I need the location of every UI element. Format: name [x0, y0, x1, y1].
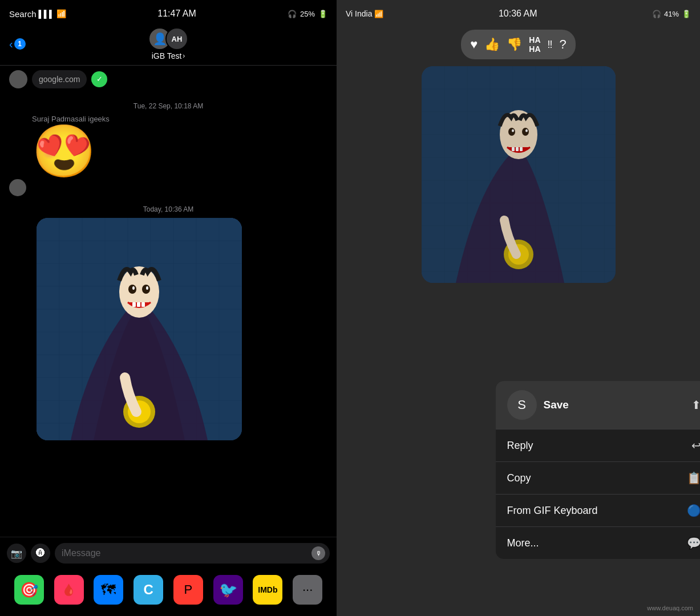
reaction-bubble: ♥ 👍 👎 HAHA ‼ ?	[461, 30, 576, 59]
carrier-right: Vi India	[346, 9, 372, 18]
avatar-link	[9, 70, 27, 88]
save-icon: ⬆	[691, 398, 701, 412]
timestamp-2: Today, 10:36 AM	[9, 205, 327, 213]
more-icon: 💬	[687, 536, 701, 550]
status-left: Search ▌▌▌ 📶	[9, 9, 66, 19]
svg-point-22	[508, 128, 515, 136]
save-row: S Save	[507, 390, 569, 420]
dock-icon-maps[interactable]: 🗺	[94, 575, 123, 605]
wifi-icon-right: 📶	[374, 10, 383, 18]
input-bar: 📷 🅐 iMessage 🎙	[0, 537, 337, 569]
gif-preview-right	[422, 66, 616, 283]
apps-button[interactable]: 🅐	[31, 544, 50, 563]
timestamp-1: Tue, 22 Sep, 10:18 AM	[9, 102, 327, 110]
svg-rect-19	[520, 147, 523, 151]
dock-icon-imdb[interactable]: IMDb	[253, 575, 282, 605]
signal-icon: ▌▌▌	[39, 10, 55, 18]
svg-point-23	[522, 128, 529, 136]
svg-point-9	[128, 285, 136, 294]
link-bubble: google.com	[32, 70, 87, 88]
svg-rect-5	[137, 302, 140, 307]
wifi-icon: 📶	[56, 9, 66, 18]
camera-button[interactable]: 📷	[7, 544, 26, 563]
save-label: Save	[544, 399, 569, 411]
reaction-thumbsdown[interactable]: 👎	[507, 37, 522, 52]
reaction-thumbsup[interactable]: 👍	[484, 37, 500, 52]
back-chevron-icon: ‹	[9, 38, 13, 51]
battery-left: 25%	[300, 10, 315, 18]
link-preview-row: google.com ✓	[9, 70, 327, 88]
reaction-question[interactable]: ?	[560, 37, 567, 52]
gif-message[interactable]	[37, 218, 242, 440]
gif-keyboard-label: From GIF Keyboard	[507, 505, 598, 517]
dock-icon-fitness[interactable]: 🎯	[14, 575, 44, 605]
message-input[interactable]: iMessage 🎙	[55, 543, 330, 564]
contact-name[interactable]: iGB Test ›	[152, 51, 185, 60]
status-right-left: 🎧 25% 🔋	[288, 10, 327, 18]
reaction-bar: ♥ 👍 👎 HAHA ‼ ?	[337, 25, 700, 62]
sender-name: Suraj Padmasali igeeks	[32, 115, 327, 123]
reaction-exclaim[interactable]: ‼	[548, 39, 553, 51]
watermark: www.deuaq.com	[647, 605, 693, 611]
headphone-icon-right: 🎧	[652, 10, 661, 18]
battery-bar-left: 🔋	[318, 10, 327, 18]
copy-icon: 📋	[687, 471, 701, 485]
carrier-text: Search	[9, 9, 37, 19]
link-icon: ✓	[91, 71, 107, 87]
dock-icon-talon[interactable]: 🐦	[213, 575, 243, 605]
svg-rect-18	[516, 147, 519, 151]
svg-point-12	[146, 286, 148, 290]
gif-preview-svg	[422, 66, 616, 283]
svg-point-3	[119, 266, 159, 318]
back-button[interactable]: ‹ 1	[9, 38, 26, 51]
emoji-sticker: 😍	[32, 125, 327, 177]
svg-point-24	[512, 129, 514, 132]
svg-rect-6	[141, 302, 145, 307]
avatar-group: 👤 AH	[148, 27, 188, 50]
more-menu-item[interactable]: More... 💬	[496, 527, 701, 559]
status-bar-left: Search ▌▌▌ 📶 11:47 AM 🎧 25% 🔋	[0, 0, 337, 25]
audio-button[interactable]: 🎙	[311, 546, 325, 560]
left-panel: Search ▌▌▌ 📶 11:47 AM 🎧 25% 🔋 ‹ 1 👤 AH i…	[0, 0, 337, 616]
copy-label: Copy	[507, 472, 531, 484]
reply-label: Reply	[507, 440, 533, 452]
battery-bar-right: 🔋	[682, 10, 691, 18]
sticker-avatar-row	[9, 179, 327, 196]
gif-content	[37, 218, 242, 440]
time-right: 10:36 AM	[499, 9, 537, 19]
svg-point-10	[142, 285, 150, 294]
reaction-heart[interactable]: ♥	[470, 37, 478, 52]
save-menu-item[interactable]: S Save ⬆	[496, 381, 701, 429]
gif-keyboard-menu-item[interactable]: From GIF Keyboard 🔵	[496, 495, 701, 527]
svg-rect-4	[132, 302, 136, 307]
dock: 🎯 🩸 🗺 C P 🐦 IMDb ···	[0, 569, 337, 616]
dock-icon-pinterest[interactable]: P	[173, 575, 203, 605]
status-left-right: Vi India 📶	[346, 9, 383, 18]
reply-menu-item[interactable]: Reply ↩	[496, 429, 701, 462]
svg-point-11	[132, 286, 135, 290]
avatar-sticker	[9, 179, 26, 196]
status-bar-right: Vi India 📶 10:36 AM 🎧 41% 🔋	[337, 0, 700, 25]
battery-right: 41%	[664, 10, 679, 18]
svg-point-25	[525, 129, 528, 132]
save-circle: S	[507, 390, 537, 420]
right-panel: Vi India 📶 10:36 AM 🎧 41% 🔋 ♥ 👍 👎 HAHA ‼…	[337, 0, 700, 616]
copy-menu-item[interactable]: Copy 📋	[496, 462, 701, 495]
gif-keyboard-icon: 🔵	[687, 504, 701, 517]
nav-bar-left: ‹ 1 👤 AH iGB Test ›	[0, 25, 337, 65]
input-placeholder: iMessage	[62, 548, 100, 558]
dock-icon-blood[interactable]: 🩸	[54, 575, 84, 605]
context-menu: S Save ⬆ Reply ↩ Copy 📋 From GIF Keyboar…	[496, 381, 701, 559]
messages-area: google.com ✓ Tue, 22 Sep, 10:18 AM Suraj…	[0, 66, 337, 537]
dock-icon-more[interactable]: ···	[293, 575, 322, 605]
headphone-icon: 🎧	[288, 10, 297, 18]
time-left: 11:47 AM	[157, 9, 196, 19]
reply-icon: ↩	[691, 439, 701, 452]
reaction-haha[interactable]: HAHA	[529, 35, 540, 54]
nav-center: 👤 AH iGB Test ›	[148, 27, 188, 60]
svg-rect-17	[512, 147, 515, 151]
status-icons-right: 🎧 41% 🔋	[652, 10, 691, 18]
gif-message-row	[14, 218, 327, 440]
nav-chevron-icon: ›	[183, 52, 185, 60]
dock-icon-c[interactable]: C	[133, 575, 163, 605]
